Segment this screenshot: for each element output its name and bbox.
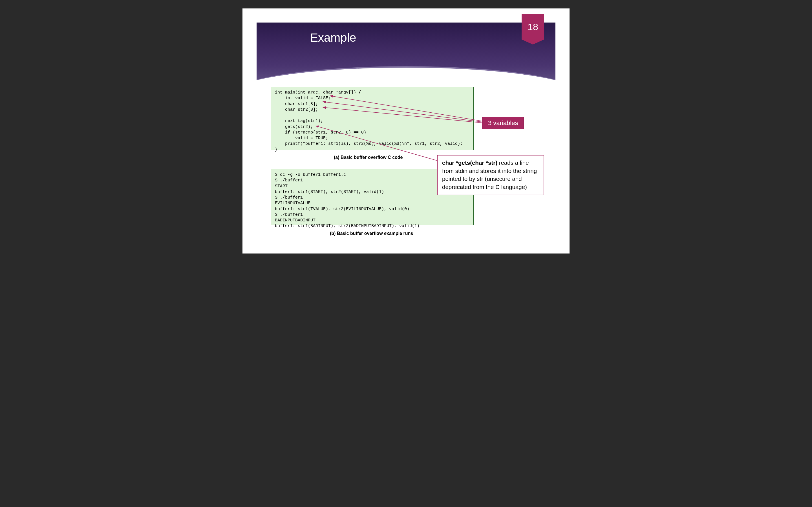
presentation-slide: Example 18 int main(int argc, char *argv…: [243, 8, 569, 253]
page-number: 18: [527, 21, 538, 33]
header-banner: [257, 22, 555, 90]
callout-variables: 3 variables: [482, 117, 524, 129]
code-block-a: int main(int argc, char *argv[]) { int v…: [271, 87, 474, 150]
caption-b: (b) Basic buffer overflow example runs: [330, 231, 413, 236]
callout-gets-signature: char *gets(char *str): [442, 159, 497, 166]
caption-a: (a) Basic buffer overflow C code: [334, 155, 403, 160]
callout-gets-description: char *gets(char *str) reads a line from …: [437, 155, 544, 195]
slide-title: Example: [310, 31, 356, 45]
page-number-tab: 18: [522, 14, 544, 40]
